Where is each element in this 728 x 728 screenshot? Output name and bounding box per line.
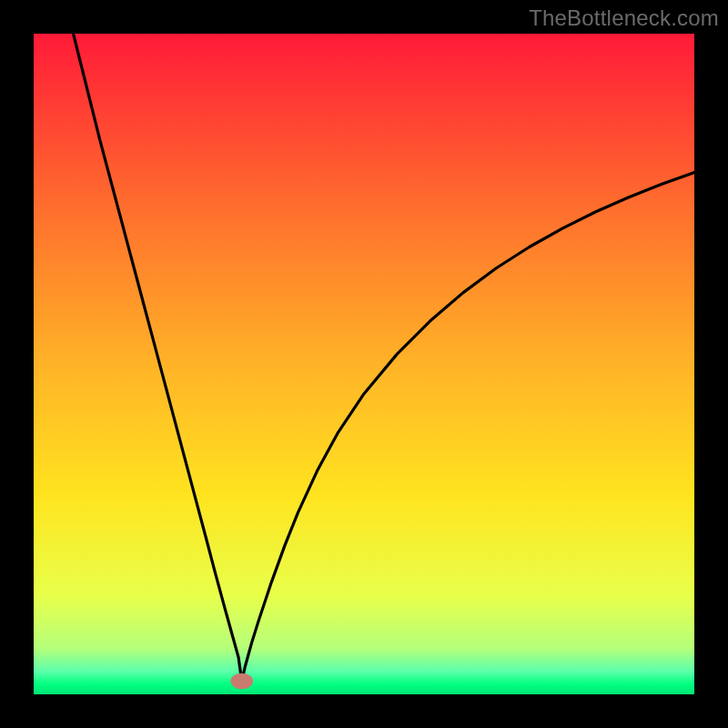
chart-svg xyxy=(34,34,694,694)
watermark-text: TheBottleneck.com xyxy=(529,5,719,31)
gradient-background xyxy=(34,34,694,694)
minimum-marker xyxy=(230,673,253,689)
plot-area xyxy=(34,34,694,694)
chart-frame: TheBottleneck.com xyxy=(0,0,728,728)
